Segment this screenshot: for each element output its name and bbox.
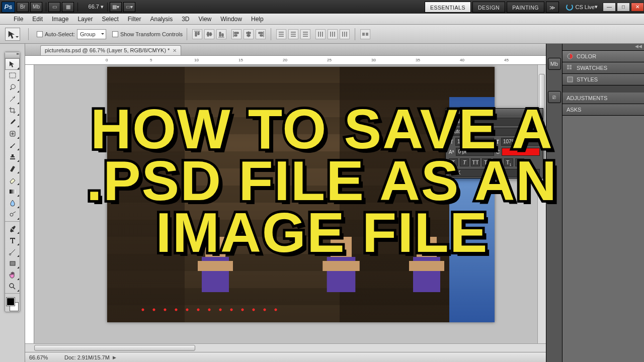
panel-color[interactable]: COLOR [562,51,644,62]
tools-gripper[interactable] [5,52,20,58]
tool-blur[interactable] [5,197,20,209]
tracking-field[interactable]: 0 [483,128,540,136]
distribute-vcenter-icon[interactable] [288,29,298,39]
dock-button-minibridge[interactable]: Mb [548,58,561,70]
panel-collapse-icon[interactable]: ▸▸ ▪≡ [530,110,541,115]
distribute-left-icon[interactable] [315,29,326,39]
docarrange-button[interactable]: ▭▾ [123,2,135,12]
ruler-horizontal[interactable]: 05101520253035404550 [25,56,546,65]
panel-styles[interactable]: STYLES [562,74,644,85]
menu-image[interactable]: Image [47,14,73,25]
character-panel[interactable]: ▸▸ ▪≡ egular Auto) 0 І​T100% T107% Aª0 p… [445,108,543,178]
document-tab[interactable]: picturetuts.psd @ 66.7% (Layer 5, RGB/8/… [40,45,181,55]
scrollbar-vertical[interactable] [537,65,546,343]
workspace-painting[interactable]: PAINTING [507,2,544,13]
cslive-button[interactable]: CS Live ▾ [566,4,598,11]
tool-pen[interactable] [5,223,20,234]
showtransform-checkbox[interactable] [112,31,118,37]
menu-view[interactable]: View [194,14,216,25]
autoalign-icon[interactable] [360,29,370,39]
workspace-more[interactable]: ≫ [546,2,559,13]
autoselect-checkbox[interactable] [37,31,43,37]
tool-gradient[interactable] [5,186,20,197]
align-left-icon[interactable] [231,29,242,39]
status-docinfo[interactable]: Doc: 2.91M/15.7M [64,354,110,360]
minibridge-button[interactable]: Mb [30,2,42,12]
scrollbar-horizontal[interactable] [25,343,546,352]
viewextras-button[interactable]: ▦▾ [110,2,122,12]
color-swatches[interactable] [5,297,20,312]
panel-masks[interactable]: ASKS [562,104,644,115]
status-zoom[interactable]: 66.67% [29,354,64,360]
textstyle-button[interactable]: T [449,158,458,166]
tool-zoom[interactable] [5,281,20,292]
maximize-button[interactable]: □ [617,3,630,12]
workspace-design[interactable]: DESIGN [472,2,505,13]
panel-swatches[interactable]: SWATCHES [562,62,644,73]
tool-heal[interactable] [5,128,20,139]
dock-button-history[interactable]: ⎚ [548,91,561,103]
workspace-essentials[interactable]: ESSENTIALS [425,2,471,13]
textstyle-button[interactable]: T1 [504,158,513,166]
tool-type[interactable] [5,234,20,246]
ruler-vertical[interactable] [25,65,34,343]
canvas-viewport[interactable] [34,65,537,343]
zoom-field[interactable]: 66.7 ▾ [80,4,105,10]
tool-history[interactable] [5,162,20,174]
bridge-button[interactable]: Br [17,2,29,12]
font-style-field[interactable]: egular [449,118,540,126]
tool-marquee[interactable] [5,70,20,81]
arrange-button[interactable]: ▦ [62,2,74,12]
tool-lasso[interactable] [5,81,20,93]
menu-file[interactable]: File [9,14,28,25]
tool-path[interactable] [5,246,20,257]
menu-filter[interactable]: Filter [123,14,146,25]
menu-window[interactable]: Window [216,14,247,25]
textstyle-button[interactable]: T [460,158,469,166]
foreground-color[interactable] [7,298,15,306]
align-right-icon[interactable] [256,29,266,39]
align-top-icon[interactable] [192,29,202,39]
panel-collapse-icon[interactable]: ◀◀ [562,44,644,51]
tool-brush[interactable] [5,139,20,151]
close-button[interactable]: ✕ [631,3,644,12]
align-bottom-icon[interactable] [216,29,226,39]
menu-edit[interactable]: Edit [28,14,47,25]
menu-analysis[interactable]: Analysis [145,14,177,25]
menu-3d[interactable]: 3D [177,14,194,25]
antialias-field[interactable]: Auto) [449,128,481,136]
align-vcenter-icon[interactable] [204,29,214,39]
textstyle-button[interactable]: T [493,158,502,166]
minimize-button[interactable]: — [603,3,616,12]
panel-adjustments[interactable]: ADJUSTMENTS [562,93,644,104]
tool-hand[interactable] [5,269,20,281]
scale-v-field[interactable]: 100% [455,138,494,146]
menu-select[interactable]: Select [97,14,123,25]
menu-layer[interactable]: Layer [73,14,97,25]
text-color-swatch[interactable] [502,148,540,156]
baseline-field[interactable]: 0 pt [456,148,494,156]
canvas[interactable] [107,67,495,322]
scale-h-field[interactable]: 107% [501,138,540,146]
tool-rect[interactable] [5,257,20,269]
distribute-right-icon[interactable] [340,29,350,39]
tool-stamp[interactable] [5,151,20,162]
autoselect-dropdown[interactable]: Group [77,29,106,39]
tool-eraser[interactable] [5,174,20,186]
distribute-top-icon[interactable] [276,29,286,39]
distribute-bottom-icon[interactable] [300,29,310,39]
screenmode-button[interactable]: ▭ [48,2,60,12]
tool-eyedrop[interactable] [5,116,20,128]
tool-move[interactable] [5,58,20,70]
textstyle-button[interactable]: Tr [482,158,491,166]
tool-crop[interactable] [5,105,20,116]
current-tool-indicator[interactable] [5,28,20,41]
textstyle-button[interactable]: T [515,158,524,166]
scrollbar-thumb[interactable] [34,345,195,351]
status-menu-icon[interactable]: ▶ [113,355,116,360]
menu-help[interactable]: Help [247,14,268,25]
tool-dodge[interactable] [5,209,20,220]
close-tab-icon[interactable]: ✕ [173,46,177,55]
language-field[interactable]: : UK [449,169,540,177]
tool-wand[interactable] [5,93,20,105]
